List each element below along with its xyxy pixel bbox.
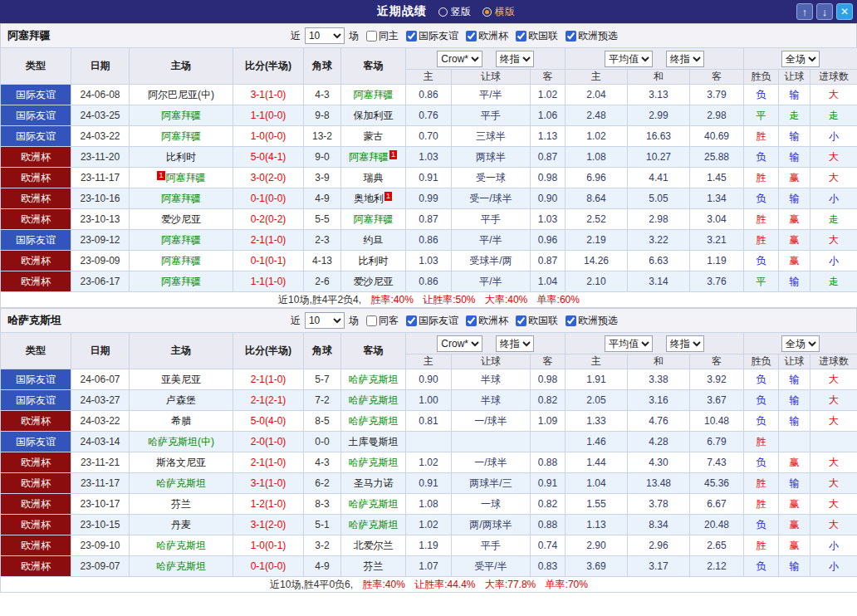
result-wdl: 负 bbox=[744, 411, 779, 432]
eu-home-odds: 1.91 bbox=[566, 369, 628, 390]
ah-away-odds: 1.04 bbox=[531, 271, 566, 292]
ah-line: 受一球 bbox=[452, 168, 531, 188]
team-name: 芬兰 bbox=[171, 498, 191, 510]
eu-draw-odds: 4.76 bbox=[628, 411, 690, 432]
league-filter-euroqualifier[interactable]: 欧洲预选 bbox=[566, 314, 618, 328]
league-filter-nationsleague[interactable]: 欧国联 bbox=[516, 314, 558, 328]
ah-line: 平/半 bbox=[452, 271, 531, 292]
team-section-2: 哈萨克斯坦 近 10 场 同客 国际友谊 欧洲杯 欧国联 bbox=[0, 308, 857, 593]
handicap-company-select[interactable]: Crow* bbox=[437, 335, 482, 352]
score-cell: 3-1(1-0) bbox=[233, 473, 304, 494]
ah-line: 平手 bbox=[452, 209, 531, 230]
league-filter-friendly[interactable]: 国际友谊 bbox=[406, 314, 458, 328]
handicap-final-select[interactable]: 终指 bbox=[496, 335, 534, 352]
league-type-cell: 欧洲杯 bbox=[1, 515, 71, 535]
result-handicap bbox=[779, 432, 810, 452]
nationsleague-checkbox[interactable] bbox=[516, 315, 526, 326]
col-home: 主场 bbox=[130, 333, 233, 369]
result-wdl: 胜 bbox=[744, 535, 779, 556]
move-up-button[interactable]: ↑ bbox=[796, 3, 813, 20]
team-name: 阿塞拜疆 bbox=[161, 193, 201, 204]
result-goals: 走 bbox=[810, 271, 857, 292]
handicap-company-select[interactable]: Crow* bbox=[437, 51, 482, 67]
league-type-cell: 欧洲杯 bbox=[1, 411, 71, 432]
match-scope-select[interactable]: 全场 bbox=[781, 335, 820, 352]
league-type-cell: 欧洲杯 bbox=[1, 271, 71, 292]
summary-prefix: 近10场,胜4平2负4, bbox=[278, 294, 361, 306]
europe-average-select[interactable]: 平均值 bbox=[605, 335, 653, 352]
away-team: 保加利亚 bbox=[341, 105, 406, 126]
team-name: 北爱尔兰 bbox=[354, 540, 394, 551]
eurocup-checkbox[interactable] bbox=[466, 315, 477, 326]
europe-final-select[interactable]: 终指 bbox=[666, 51, 704, 67]
match-scope-select[interactable]: 全场 bbox=[781, 51, 820, 67]
result-wdl: 胜 bbox=[744, 230, 779, 251]
ah-away-odds: 1.13 bbox=[531, 126, 566, 147]
result-handicap: 输 bbox=[779, 390, 810, 411]
away-team: 哈萨克斯坦 bbox=[341, 411, 406, 432]
filter-controls: 近 10 场 同客 国际友谊 欧洲杯 欧国联 欧洲预选 bbox=[291, 312, 618, 329]
league-filter-nationsleague[interactable]: 欧国联 bbox=[516, 29, 558, 43]
down-arrow-icon: ↓ bbox=[822, 6, 828, 18]
euroqualifier-checkbox[interactable] bbox=[566, 315, 576, 326]
ah-home-odds: 1.02 bbox=[406, 515, 452, 535]
corners-cell: 4-13 bbox=[304, 251, 341, 271]
ah-away-odds bbox=[531, 432, 566, 452]
col-result: 胜负 bbox=[744, 354, 779, 369]
away-team: 爱沙尼亚 bbox=[341, 271, 406, 292]
score-cell: 5-0(4-1) bbox=[233, 147, 304, 168]
team-name: 阿塞拜疆 bbox=[354, 213, 394, 225]
red-card-badge: 1 bbox=[384, 192, 392, 201]
home-team: 阿塞拜疆 bbox=[130, 188, 233, 209]
ah-home-odds: 0.70 bbox=[406, 126, 452, 147]
league-type-cell: 国际友谊 bbox=[1, 105, 71, 126]
eurocup-checkbox[interactable] bbox=[466, 31, 477, 42]
col-handicap-result: 让球 bbox=[779, 354, 810, 369]
recent-count-select[interactable]: 10 bbox=[305, 27, 345, 44]
move-down-button[interactable]: ↓ bbox=[816, 3, 833, 20]
ah-line: 平手 bbox=[452, 105, 531, 126]
league-filter-euroqualifier[interactable]: 欧洲预选 bbox=[566, 29, 618, 43]
handicap-final-select[interactable]: 终指 bbox=[496, 51, 534, 67]
col-away: 客场 bbox=[341, 48, 406, 85]
league-filter-eurocup[interactable]: 欧洲杯 bbox=[466, 314, 508, 328]
summary-odd-rate: 单率:70% bbox=[546, 579, 588, 590]
eu-home-odds: 1.46 bbox=[566, 432, 628, 452]
layout-radio-vertical[interactable]: 竖版 bbox=[438, 5, 471, 19]
europe-final-select[interactable]: 终指 bbox=[666, 335, 704, 352]
ah-away-odds: 0.82 bbox=[531, 390, 566, 411]
eu-draw-odds: 3.78 bbox=[628, 494, 690, 515]
result-handicap: 输 bbox=[779, 188, 810, 209]
radio-unselected-icon[interactable] bbox=[438, 7, 448, 17]
league-type-cell: 国际友谊 bbox=[1, 85, 71, 105]
same-venue-checkbox[interactable] bbox=[366, 31, 377, 42]
match-date: 23-10-15 bbox=[71, 515, 130, 535]
close-button[interactable]: ✕ bbox=[836, 3, 853, 20]
ah-home-odds: 0.86 bbox=[406, 271, 452, 292]
recent-count-select[interactable]: 10 bbox=[305, 312, 345, 329]
result-handicap: 赢 bbox=[779, 251, 810, 271]
league-filter-friendly[interactable]: 国际友谊 bbox=[406, 29, 458, 43]
corners-cell: 8-5 bbox=[304, 411, 341, 432]
eu-away-odds: 45.36 bbox=[690, 473, 744, 494]
match-row: 国际友谊 24-03-14 哈萨克斯坦(中) 2-0(1-0) 0-0 土库曼斯… bbox=[1, 432, 857, 452]
friendly-checkbox[interactable] bbox=[406, 315, 417, 326]
europe-average-select[interactable]: 平均值 bbox=[605, 51, 653, 67]
friendly-checkbox[interactable] bbox=[406, 31, 417, 42]
away-team: 北爱尔兰 bbox=[341, 535, 406, 556]
same-venue-filter[interactable]: 同主 bbox=[366, 29, 399, 43]
eu-away-odds: 6.79 bbox=[690, 432, 744, 452]
same-venue-filter[interactable]: 同客 bbox=[366, 314, 399, 328]
ah-home-odds: 1.03 bbox=[406, 251, 452, 271]
europe-select-group: 平均值 终指 bbox=[566, 333, 744, 354]
same-venue-checkbox[interactable] bbox=[366, 315, 377, 326]
layout-radio-horizontal[interactable]: 横版 bbox=[482, 5, 515, 19]
score-cell: 0-1(0-0) bbox=[233, 556, 304, 577]
radio-selected-icon[interactable] bbox=[482, 7, 492, 17]
match-row: 欧洲杯 23-09-07 哈萨克斯坦 0-1(0-0) 4-9 芬兰 1.07 … bbox=[1, 556, 857, 577]
result-handicap: 赢 bbox=[779, 209, 810, 230]
euroqualifier-checkbox[interactable] bbox=[566, 31, 576, 42]
section-header: 阿塞拜疆 近 10 场 同主 国际友谊 欧洲杯 欧国联 欧 bbox=[0, 23, 857, 47]
league-filter-eurocup[interactable]: 欧洲杯 bbox=[466, 29, 508, 43]
nationsleague-checkbox[interactable] bbox=[516, 31, 526, 42]
